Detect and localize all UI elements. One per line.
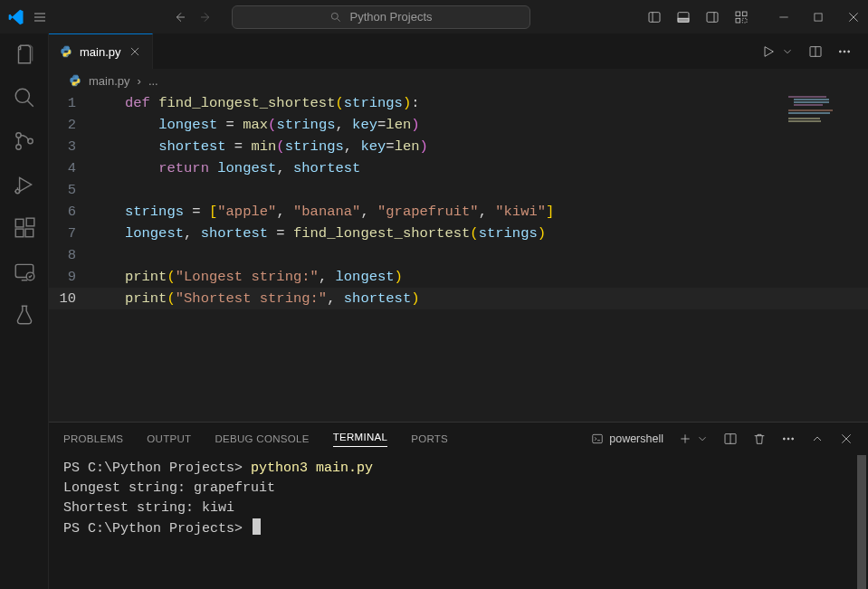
terminal[interactable]: PS C:\Python Projects> python3 main.pyLo… <box>49 455 868 589</box>
split-terminal-icon[interactable] <box>723 432 738 446</box>
code-content[interactable]: print("Longest string:", longest) <box>100 266 403 288</box>
code-line[interactable]: 9 print("Longest string:", longest) <box>49 266 868 288</box>
window-maximize-icon[interactable] <box>812 11 825 24</box>
run-file-icon[interactable] <box>761 44 776 59</box>
layout-sidebar-left-icon[interactable] <box>647 10 662 24</box>
search-activity-icon[interactable] <box>13 86 36 109</box>
code-content[interactable]: return longest, shortest <box>100 157 360 179</box>
code-content[interactable]: print("Shortest string:", shortest) <box>100 288 420 309</box>
tab-filename: main.py <box>80 45 121 59</box>
svg-point-22 <box>839 51 841 52</box>
svg-point-0 <box>332 13 339 19</box>
tab-close-icon[interactable] <box>129 45 141 58</box>
close-panel-icon[interactable] <box>839 432 854 446</box>
line-number: 3 <box>49 136 100 157</box>
panel-tab-problems[interactable]: PROBLEMS <box>63 433 123 444</box>
code-line[interactable]: 8 <box>49 244 868 266</box>
svg-rect-18 <box>26 218 34 226</box>
code-line[interactable]: 2 longest = max(strings, key=len) <box>49 114 868 136</box>
python-file-icon <box>60 45 72 58</box>
panel-tab-ports[interactable]: PORTS <box>411 433 448 444</box>
code-content[interactable]: shortest = min(strings, key=len) <box>100 136 428 157</box>
svg-point-23 <box>844 51 845 52</box>
new-terminal-icon[interactable] <box>678 432 692 446</box>
code-content[interactable]: longest, shortest = find_longest_shortes… <box>100 223 546 244</box>
terminal-line: Shortest string: kiwi <box>63 499 854 518</box>
editor[interactable]: 1 def find_longest_shortest(strings):2 l… <box>49 92 868 422</box>
terminal-profile-name: powershell <box>609 432 663 445</box>
nav-forward-icon[interactable] <box>199 10 214 24</box>
svg-rect-1 <box>649 12 660 22</box>
breadcrumb-file: main.py <box>89 74 130 88</box>
terminal-profile[interactable]: powershell <box>591 432 663 445</box>
panel-tab-terminal[interactable]: TERMINAL <box>333 432 388 447</box>
minimap[interactable] <box>788 96 852 125</box>
explorer-icon[interactable] <box>13 43 36 66</box>
terminal-profile-dropdown-icon[interactable] <box>696 432 709 445</box>
run-debug-icon[interactable] <box>13 173 36 196</box>
breadcrumb-more: ... <box>148 74 158 88</box>
code-content[interactable]: longest = max(strings, key=len) <box>100 114 420 136</box>
svg-rect-25 <box>593 434 603 442</box>
code-line[interactable]: 10 print("Shortest string:", shortest) <box>49 288 868 309</box>
svg-rect-9 <box>815 13 822 20</box>
panel-tab-output[interactable]: OUTPUT <box>147 433 191 444</box>
source-control-icon[interactable] <box>13 129 36 153</box>
svg-point-12 <box>15 145 20 149</box>
search-text: Python Projects <box>349 10 432 24</box>
code-content[interactable] <box>100 244 125 266</box>
svg-point-10 <box>15 89 29 102</box>
layout-panel-icon[interactable] <box>676 10 691 24</box>
layout-sidebar-right-icon[interactable] <box>705 10 720 24</box>
editor-scrollbar[interactable] <box>855 92 868 422</box>
terminal-scrollbar[interactable] <box>855 455 868 589</box>
code-line[interactable]: 7 longest, shortest = find_longest_short… <box>49 223 868 244</box>
breadcrumb[interactable]: main.py › ... <box>49 69 868 92</box>
code-line[interactable]: 6 strings = ["apple", "banana", "grapefr… <box>49 201 868 223</box>
split-editor-icon[interactable] <box>808 44 823 59</box>
window-minimize-icon[interactable] <box>777 11 790 24</box>
svg-point-27 <box>783 438 785 440</box>
nav-back-icon[interactable] <box>172 10 186 24</box>
run-dropdown-icon[interactable] <box>781 45 794 58</box>
line-number: 10 <box>49 288 100 309</box>
maximize-panel-icon[interactable] <box>810 432 825 446</box>
testing-icon[interactable] <box>13 303 36 327</box>
svg-point-14 <box>15 189 19 193</box>
extensions-icon[interactable] <box>13 216 36 240</box>
search-icon <box>329 11 342 24</box>
code-line[interactable]: 4 return longest, shortest <box>49 157 868 179</box>
code-content[interactable]: def find_longest_shortest(strings): <box>100 92 420 114</box>
line-number: 5 <box>49 179 100 201</box>
code-content[interactable]: strings = ["apple", "banana", "grapefrui… <box>100 201 554 223</box>
svg-rect-3 <box>678 18 689 22</box>
code-line[interactable]: 5 <box>49 179 868 201</box>
code-line[interactable]: 3 shortest = min(strings, key=len) <box>49 136 868 157</box>
activitybar <box>0 33 49 589</box>
command-center[interactable]: Python Projects <box>232 5 530 29</box>
terminal-line: PS C:\Python Projects> <box>63 518 854 539</box>
editor-tab-main-py[interactable]: main.py <box>49 33 153 69</box>
customize-layout-icon[interactable] <box>734 10 749 24</box>
panel-tabs: PROBLEMS OUTPUT DEBUG CONSOLE TERMINAL P… <box>49 423 868 455</box>
line-number: 2 <box>49 114 100 136</box>
kill-terminal-icon[interactable] <box>752 432 767 446</box>
line-number: 1 <box>49 92 100 114</box>
svg-rect-8 <box>742 18 747 23</box>
svg-rect-4 <box>707 12 718 22</box>
panel-more-icon[interactable] <box>781 432 796 446</box>
svg-rect-5 <box>736 12 740 16</box>
menu-icon[interactable] <box>33 10 47 24</box>
panel-tab-debug[interactable]: DEBUG CONSOLE <box>215 433 309 444</box>
terminal-line: PS C:\Python Projects> python3 main.py <box>63 459 854 479</box>
more-actions-icon[interactable] <box>837 44 852 59</box>
svg-point-28 <box>787 438 789 440</box>
remote-explorer-icon[interactable] <box>13 260 36 283</box>
editor-tabbar: main.py <box>49 33 868 69</box>
code-content[interactable] <box>100 179 125 201</box>
window-close-icon[interactable] <box>846 10 861 24</box>
terminal-line: Longest string: grapefruit <box>63 479 854 499</box>
terminal-icon <box>591 432 604 445</box>
code-line[interactable]: 1 def find_longest_shortest(strings): <box>49 92 868 114</box>
svg-point-29 <box>792 438 794 440</box>
